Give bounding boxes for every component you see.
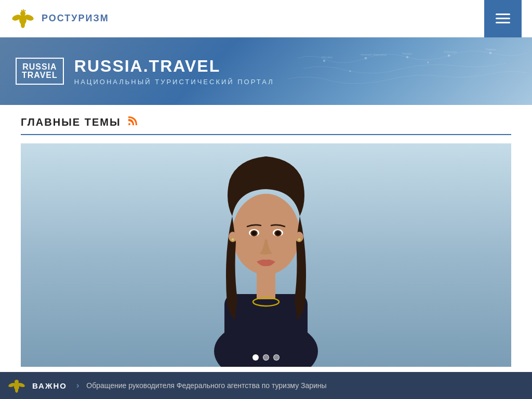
banner-text-block: RUSSIA.TRAVEL НАЦИОНАЛЬНЫЙ ТУРИСТИЧЕСКИЙ… [74, 57, 274, 86]
bottom-bar: ВАЖНО › Обращение руководителя Федеральн… [0, 372, 532, 399]
slide-dot-1[interactable] [252, 354, 259, 361]
banner-subtitle: НАЦИОНАЛЬНЫЙ ТУРИСТИЧЕСКИЙ ПОРТАЛ [74, 78, 274, 86]
slide-image [21, 143, 511, 367]
person-figure-icon [178, 149, 354, 367]
svg-rect-5 [21, 10, 22, 11]
bottom-eagle-icon [8, 377, 25, 394]
svg-text:Казань: Казань [402, 52, 412, 55]
nav-left: РОСТУРИЗМ [10, 6, 109, 31]
banner: Москва Нижний Новгород Казань Тобольск Т… [0, 37, 532, 105]
slide-dot-2[interactable] [263, 354, 269, 361]
svg-point-31 [276, 231, 280, 235]
logo-russia-text: RUSSIA [22, 63, 58, 71]
svg-point-4 [21, 22, 25, 28]
svg-text:Тобольск: Тобольск [444, 50, 457, 54]
svg-point-13 [350, 71, 351, 72]
section-header: ГЛАВНЫЕ ТЕМЫ [21, 115, 511, 135]
rostourism-logo-icon [10, 6, 35, 31]
banner-title: RUSSIA.TRAVEL [74, 57, 274, 76]
section-title: ГЛАВНЫЕ ТЕМЫ [21, 116, 121, 128]
main-content: ГЛАВНЫЕ ТЕМЫ [0, 105, 532, 367]
slide-dot-3[interactable] [273, 354, 280, 361]
svg-text:Москва: Москва [322, 56, 332, 59]
svg-point-35 [298, 238, 301, 241]
svg-point-10 [406, 56, 408, 58]
svg-point-34 [231, 238, 234, 241]
svg-point-11 [448, 55, 450, 57]
bottom-label: ВАЖНО [32, 381, 67, 390]
bottom-bar-text: Обращение руководителя Федерального аген… [86, 381, 524, 390]
russia-travel-logo-box: RUSSIA TRAVEL [16, 58, 64, 85]
svg-text:Нижний Новгород: Нижний Новгород [361, 53, 387, 56]
map-background-icon: Москва Нижний Новгород Казань Тобольск Т… [272, 37, 532, 105]
svg-point-30 [252, 231, 256, 235]
svg-rect-6 [23, 9, 24, 11]
svg-point-12 [489, 52, 491, 54]
logo-travel-text: TRAVEL [22, 71, 58, 79]
svg-point-1 [20, 11, 25, 16]
bottom-arrow-icon: › [76, 381, 79, 390]
svg-rect-7 [24, 10, 25, 11]
svg-point-37 [15, 380, 19, 384]
svg-point-9 [365, 57, 367, 59]
hamburger-line-1 [496, 14, 510, 15]
svg-text:Тюмень: Тюмень [485, 48, 497, 51]
rss-icon[interactable] [128, 115, 138, 129]
hamburger-line-2 [496, 18, 510, 19]
nav-title: РОСТУРИЗМ [42, 13, 109, 24]
hamburger-menu-button[interactable] [484, 0, 522, 37]
top-navigation: РОСТУРИЗМ [0, 0, 532, 37]
svg-point-8 [323, 60, 325, 62]
svg-point-14 [428, 62, 429, 63]
main-slideshow [21, 143, 511, 367]
hamburger-line-3 [496, 22, 510, 23]
svg-point-20 [128, 123, 130, 125]
slide-dots [252, 354, 280, 361]
svg-point-40 [15, 388, 18, 393]
